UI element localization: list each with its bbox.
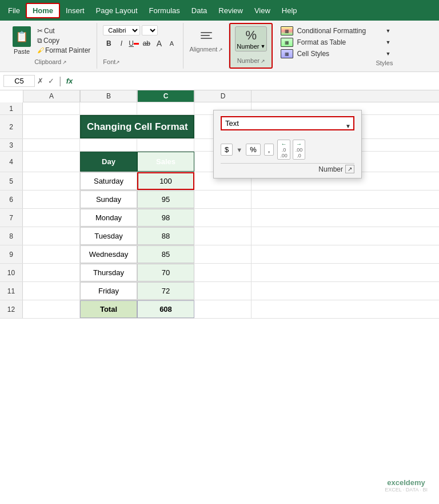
cell-a11[interactable]	[23, 282, 80, 300]
cell-d9[interactable]	[194, 245, 252, 263]
cell-a2[interactable]	[23, 115, 80, 138]
menu-help[interactable]: Help	[276, 4, 303, 17]
cell-b10[interactable]: Thursday	[80, 264, 137, 281]
col-header-c[interactable]: C	[137, 90, 194, 102]
cell-c1[interactable]	[137, 102, 194, 114]
col-header-a[interactable]: A	[23, 90, 80, 102]
menu-insert[interactable]: Insert	[60, 4, 90, 17]
comma-button[interactable]: ,	[264, 144, 274, 156]
number-format-button[interactable]: % Number ▼	[235, 26, 267, 51]
cell-d10[interactable]	[194, 264, 252, 281]
cell-d6[interactable]	[194, 191, 252, 208]
cell-b7[interactable]: Monday	[80, 209, 137, 227]
strikethrough-button[interactable]: ab	[141, 38, 152, 49]
number-dropdown-arrow[interactable]: ▼	[260, 43, 265, 49]
col-header-d[interactable]: D	[194, 90, 252, 102]
format-as-table-item[interactable]: ▦ Format as Table ▼	[278, 37, 393, 48]
menu-data[interactable]: Data	[186, 4, 213, 17]
row-num-1: 1	[0, 102, 23, 114]
format-painter-button[interactable]: 🖌 Format Painter	[35, 46, 92, 55]
small-icons: ✂ Cut ⧉ Copy 🖌 Format Painter	[35, 25, 92, 55]
cell-c6[interactable]: 95	[137, 191, 194, 208]
cut-button[interactable]: ✂ Cut	[35, 26, 92, 35]
cell-reference-box[interactable]: C5	[3, 75, 35, 87]
increase-font-button[interactable]: A	[153, 38, 165, 49]
cell-c8[interactable]: 88	[137, 227, 194, 245]
cell-d11[interactable]	[194, 282, 252, 300]
font-expand-icon[interactable]: ↗	[115, 59, 120, 65]
number-expand-icon[interactable]: ↗	[261, 58, 265, 64]
cell-b2-title[interactable]: Changing Cell Format	[80, 115, 194, 138]
clipboard-expand-icon[interactable]: ↗	[62, 59, 67, 65]
cell-c11[interactable]: 72	[137, 282, 194, 300]
number-group-label: Number	[237, 57, 260, 65]
menu-formulas[interactable]: Formulas	[143, 4, 186, 17]
font-dropdowns: Calibri 11	[103, 25, 177, 35]
increase-decimal-button[interactable]: ← .0 .00	[277, 140, 290, 160]
decrease-decimal-label2: .0	[297, 153, 301, 158]
row-num-8: 8	[0, 227, 23, 245]
cell-b9[interactable]: Wednesday	[80, 245, 137, 263]
font-name-dropdown[interactable]: Calibri	[103, 25, 140, 35]
cell-b1[interactable]	[80, 102, 137, 114]
decrease-decimal-button[interactable]: → .00 .0	[293, 140, 306, 160]
cancel-icon[interactable]: ✗	[37, 77, 43, 85]
italic-button[interactable]: I	[115, 38, 127, 49]
clipboard-group: 📋 Paste ✂ Cut ⧉ Copy 🖌 Format Painter C	[5, 23, 97, 69]
cell-d8[interactable]	[194, 227, 252, 245]
dollar-arrow[interactable]: ▼	[236, 146, 242, 153]
cell-c3[interactable]	[137, 139, 194, 151]
confirm-icon[interactable]: ✓	[48, 77, 54, 85]
cell-a7[interactable]	[23, 209, 80, 227]
cell-a8[interactable]	[23, 227, 80, 245]
cell-a4[interactable]	[23, 152, 80, 172]
cell-c9[interactable]: 85	[137, 245, 194, 263]
cell-c10[interactable]: 70	[137, 264, 194, 281]
menu-view[interactable]: View	[249, 4, 276, 17]
cell-d7[interactable]	[194, 209, 252, 227]
decrease-font-button[interactable]: A	[166, 38, 177, 49]
brand-name: exceldemy	[385, 478, 428, 487]
cell-b3[interactable]	[80, 139, 137, 151]
cell-c12-total[interactable]: 608	[137, 300, 194, 318]
cell-c7[interactable]: 98	[137, 209, 194, 227]
cell-a12[interactable]	[23, 300, 80, 318]
cell-b6[interactable]: Sunday	[80, 191, 137, 208]
cell-a6[interactable]	[23, 191, 80, 208]
format-select[interactable]: Text General Number Currency Accounting …	[221, 116, 354, 130]
dropdown-expand-icon[interactable]: ↗	[345, 165, 354, 173]
clipboard-label: Clipboard	[34, 58, 61, 66]
formula-input[interactable]	[75, 76, 436, 86]
bold-button[interactable]: B	[103, 38, 114, 49]
conditional-formatting-item[interactable]: ▦ Conditional Formatting ▼	[278, 25, 393, 37]
cell-styles-item[interactable]: ▦ Cell Styles ▼	[278, 48, 393, 59]
cell-a10[interactable]	[23, 264, 80, 281]
menu-file[interactable]: File	[2, 4, 26, 17]
cell-c4-sales[interactable]: Sales	[137, 152, 194, 172]
cell-a3[interactable]	[23, 139, 80, 151]
cell-b12-total[interactable]: Total	[80, 300, 137, 318]
menu-review[interactable]: Review	[213, 4, 249, 17]
percent-button[interactable]: %	[246, 144, 261, 156]
cell-b11[interactable]: Friday	[80, 282, 137, 300]
font-size-dropdown[interactable]: 11	[142, 25, 158, 35]
underline-button[interactable]: U	[128, 38, 139, 49]
formula-icons: ✗ ✓	[37, 77, 54, 85]
alignment-expand-icon[interactable]: ↗	[218, 47, 223, 53]
cell-b8[interactable]: Tuesday	[80, 227, 137, 245]
menu-page-layout[interactable]: Page Layout	[90, 4, 143, 17]
cell-a9[interactable]	[23, 245, 80, 263]
cell-d12[interactable]	[194, 300, 252, 318]
paste-button[interactable]: 📋 Paste	[9, 25, 34, 56]
cell-b5[interactable]: Saturday	[80, 172, 137, 190]
alignment-icon[interactable]	[198, 25, 215, 46]
menu-home[interactable]: Home	[26, 3, 60, 18]
copy-label: Copy	[43, 37, 59, 45]
col-header-b[interactable]: B	[80, 90, 137, 102]
cell-c5[interactable]: 100	[137, 172, 194, 190]
cell-a5[interactable]	[23, 172, 80, 190]
copy-button[interactable]: ⧉ Copy	[35, 36, 92, 45]
cell-b4-day[interactable]: Day	[80, 152, 137, 172]
cell-a1[interactable]	[23, 102, 80, 114]
dollar-button[interactable]: $	[221, 144, 233, 156]
